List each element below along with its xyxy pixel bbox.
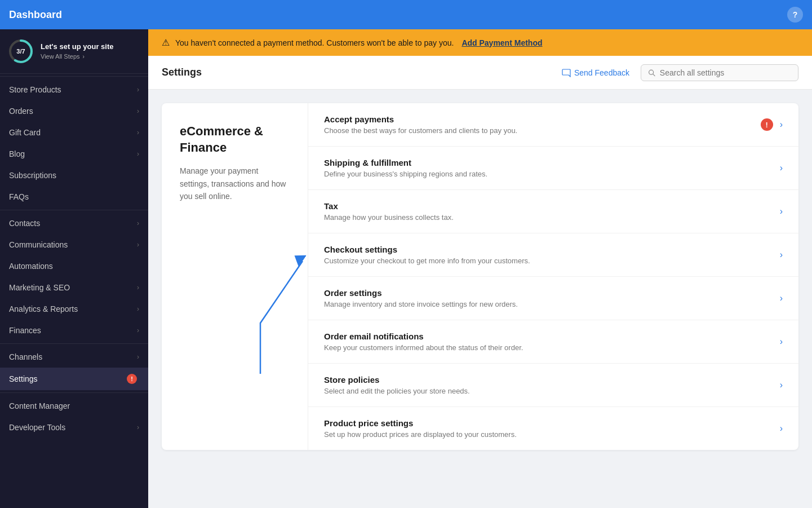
- add-payment-method-link[interactable]: Add Payment Method: [462, 38, 542, 47]
- sidebar-item-channels[interactable]: Channels ›: [0, 346, 148, 368]
- sidebar-item-subscriptions[interactable]: Subscriptions: [0, 165, 148, 186]
- sidebar-chevron-analytics-reports: ›: [137, 305, 139, 313]
- row-desc-order-settings: Manage inventory and store invoice setti…: [324, 300, 518, 308]
- sidebar-item-label-marketing-seo: Marketing & SEO: [9, 283, 70, 292]
- sidebar-item-orders[interactable]: Orders ›: [0, 100, 148, 122]
- sidebar-chevron-blog: ›: [137, 150, 139, 158]
- row-desc-checkout-settings: Customize your checkout to get more info…: [324, 257, 530, 265]
- sidebar-item-label-contacts: Contacts: [9, 219, 40, 228]
- feedback-icon: [562, 68, 571, 77]
- sidebar-chevron-store-products: ›: [137, 86, 139, 94]
- row-desc-shipping-fulfillment: Define your business's shipping regions …: [324, 170, 487, 178]
- row-title-shipping-fulfillment: Shipping & fulfillment: [324, 158, 487, 167]
- sidebar-item-label-store-products: Store Products: [9, 85, 61, 94]
- row-text-order-settings: Order settings Manage inventory and stor…: [324, 288, 518, 308]
- sidebar-chevron-finances: ›: [137, 326, 139, 334]
- settings-row-accept-payments[interactable]: Accept payments Choose the best ways for…: [308, 103, 798, 147]
- sidebar-item-analytics-reports[interactable]: Analytics & Reports ›: [0, 298, 148, 320]
- sidebar-item-store-products[interactable]: Store Products ›: [0, 79, 148, 100]
- warning-icon: ⚠: [162, 37, 170, 48]
- settings-row-store-policies[interactable]: Store policies Select and edit the polic…: [308, 364, 798, 407]
- sidebar-item-label-communications: Communications: [9, 240, 68, 249]
- help-button[interactable]: ?: [787, 7, 803, 23]
- sidebar-item-label-settings: Settings: [9, 374, 38, 383]
- row-chevron-accept-payments: ›: [780, 120, 783, 130]
- row-chevron-product-price-settings: ›: [780, 423, 783, 434]
- row-title-tax: Tax: [324, 201, 454, 211]
- warning-text: You haven't connected a payment method. …: [175, 38, 454, 47]
- card-title: eCommerce & Finance: [180, 123, 290, 156]
- sidebar-item-left-automations: Automations: [9, 262, 53, 271]
- sidebar-item-automations[interactable]: Automations: [0, 255, 148, 277]
- row-text-checkout-settings: Checkout settings Customize your checkou…: [324, 245, 530, 265]
- settings-header: Settings Send Feedback: [148, 56, 812, 90]
- sidebar-item-left-communications: Communications: [9, 240, 68, 249]
- error-badge-accept-payments: !: [761, 118, 773, 131]
- sidebar-item-left-gift-card: Gift Card: [9, 128, 41, 137]
- sidebar-item-marketing-seo[interactable]: Marketing & SEO ›: [0, 277, 148, 298]
- settings-header-actions: Send Feedback: [562, 64, 798, 81]
- sidebar-divider-top: [0, 76, 148, 77]
- sidebar-item-left-faqs: FAQs: [9, 192, 29, 201]
- content-area: eCommerce & Finance Manage your payment …: [148, 90, 812, 508]
- sidebar: 3/7 Let's set up your site View All Step…: [0, 29, 148, 508]
- sidebar-nav: Store Products › Orders › Gift Card › Bl…: [0, 79, 148, 438]
- sidebar-badge: !: [127, 374, 137, 384]
- row-text-tax: Tax Manage how your business collects ta…: [324, 201, 454, 222]
- sidebar-divider-11: [0, 343, 148, 344]
- progress-ring: 3/7: [8, 38, 34, 64]
- sidebar-item-content-manager[interactable]: Content Manager: [0, 395, 148, 417]
- search-box: [641, 64, 798, 81]
- sidebar-divider-13: [0, 392, 148, 393]
- card-left-panel: eCommerce & Finance Manage your payment …: [162, 103, 308, 450]
- send-feedback-button[interactable]: Send Feedback: [562, 68, 629, 77]
- sidebar-item-label-content-manager: Content Manager: [9, 401, 70, 410]
- settings-row-order-settings[interactable]: Order settings Manage inventory and stor…: [308, 277, 798, 320]
- sidebar-item-gift-card[interactable]: Gift Card ›: [0, 122, 148, 143]
- row-desc-store-policies: Select and edit the policies your store …: [324, 387, 470, 395]
- setup-title: Let's set up your site: [41, 42, 114, 51]
- row-text-accept-payments: Accept payments Choose the best ways for…: [324, 114, 517, 135]
- row-title-order-settings: Order settings: [324, 288, 518, 298]
- sidebar-item-settings[interactable]: Settings !: [0, 368, 148, 390]
- settings-row-product-price-settings[interactable]: Product price settings Set up how produc…: [308, 407, 798, 450]
- sidebar-item-finances[interactable]: Finances ›: [0, 320, 148, 341]
- sidebar-item-label-developer-tools: Developer Tools: [9, 423, 65, 432]
- row-desc-tax: Manage how your business collects tax.: [324, 213, 454, 222]
- settings-row-checkout-settings[interactable]: Checkout settings Customize your checkou…: [308, 233, 798, 277]
- view-steps-link[interactable]: View All Steps ›: [41, 53, 85, 60]
- row-desc-product-price-settings: Set up how product prices are displayed …: [324, 430, 517, 439]
- settings-row-tax[interactable]: Tax Manage how your business collects ta…: [308, 190, 798, 233]
- sidebar-item-label-faqs: FAQs: [9, 192, 29, 201]
- row-title-checkout-settings: Checkout settings: [324, 245, 530, 254]
- sidebar-chevron-developer-tools: ›: [137, 423, 139, 431]
- search-icon: [648, 69, 655, 77]
- sidebar-item-label-gift-card: Gift Card: [9, 128, 41, 137]
- row-text-order-email-notifications: Order email notifications Keep your cust…: [324, 332, 523, 352]
- svg-line-3: [653, 74, 655, 76]
- settings-row-shipping-fulfillment[interactable]: Shipping & fulfillment Define your busin…: [308, 147, 798, 190]
- settings-row-order-email-notifications[interactable]: Order email notifications Keep your cust…: [308, 320, 798, 364]
- row-text-product-price-settings: Product price settings Set up how produc…: [324, 418, 517, 439]
- sidebar-item-faqs[interactable]: FAQs: [0, 186, 148, 207]
- sidebar-item-developer-tools[interactable]: Developer Tools ›: [0, 417, 148, 438]
- sidebar-item-blog[interactable]: Blog ›: [0, 143, 148, 165]
- row-desc-accept-payments: Choose the best ways for customers and c…: [324, 126, 517, 135]
- top-bar: Dashboard ?: [0, 0, 812, 29]
- sidebar-item-communications[interactable]: Communications ›: [0, 234, 148, 255]
- warning-banner: ⚠ You haven't connected a payment method…: [148, 29, 812, 56]
- row-right-shipping-fulfillment: ›: [780, 163, 783, 173]
- search-input[interactable]: [660, 68, 791, 77]
- row-right-order-settings: ›: [780, 293, 783, 303]
- sidebar-item-label-blog: Blog: [9, 149, 25, 158]
- sidebar-setup-header: 3/7 Let's set up your site View All Step…: [0, 29, 148, 74]
- sidebar-item-label-finances: Finances: [9, 326, 41, 335]
- sidebar-divider-5: [0, 210, 148, 210]
- row-chevron-shipping-fulfillment: ›: [780, 163, 783, 173]
- sidebar-item-contacts[interactable]: Contacts ›: [0, 213, 148, 234]
- row-title-accept-payments: Accept payments: [324, 114, 517, 124]
- row-text-store-policies: Store policies Select and edit the polic…: [324, 375, 470, 395]
- row-title-product-price-settings: Product price settings: [324, 418, 517, 428]
- row-chevron-tax: ›: [780, 206, 783, 217]
- sidebar-item-left-orders: Orders: [9, 107, 33, 116]
